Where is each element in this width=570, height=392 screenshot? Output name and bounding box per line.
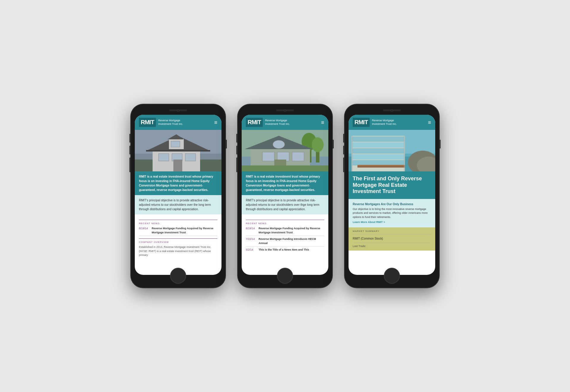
info-title-3: Reverse Mortgages Are Our Only Business xyxy=(353,202,431,206)
news-item-3-phone2: 5/2/14 This is the Title of a News Item … xyxy=(246,248,324,252)
info-section-3: Reverse Mortgages Are Our Only Business … xyxy=(349,199,435,227)
rmit-logo-2: RMIT Reverse Mortgage Investment Trust I… xyxy=(246,118,290,127)
phones-container: RMIT Reverse Mortgage Investment Trust I… xyxy=(131,104,439,288)
silent-3 xyxy=(343,157,344,172)
svg-rect-43 xyxy=(404,136,405,171)
volume-up-3 xyxy=(343,134,344,143)
content-text-1-p2: RMIT is a real estate investment trust w… xyxy=(246,175,320,192)
news-divider-top-1 xyxy=(139,220,217,220)
news-inner-divider-1 xyxy=(139,236,217,236)
phone-content-1: RMIT Reverse Mortgage Investment Trust I… xyxy=(135,115,221,275)
left-buttons-3 xyxy=(343,134,344,172)
hamburger-icon-1[interactable]: ≡ xyxy=(214,120,217,125)
svg-rect-5 xyxy=(159,154,169,161)
power-btn-3 xyxy=(439,140,441,149)
svg-rect-32 xyxy=(352,136,404,142)
svg-rect-33 xyxy=(352,142,404,148)
volume-down-3 xyxy=(343,146,344,154)
market-divider-3b xyxy=(353,243,431,243)
rmit-logo-subtitle-1: Reverse Mortgage Investment Trust Inc. xyxy=(158,119,183,126)
news-title-2-p2: Reverse Mortgage Funding Introduces HECM… xyxy=(259,237,324,245)
news-inner-divider-2b xyxy=(246,246,324,247)
news-title-1: Reverse Mortgage Funding Acquired by Rev… xyxy=(152,227,217,235)
overview-divider-1 xyxy=(139,238,217,239)
svg-point-18 xyxy=(312,137,324,152)
news-divider-top-2 xyxy=(246,220,324,220)
news-item-1-phone2: 8/19/14 Reverse Mortgage Funding Acquire… xyxy=(246,227,324,235)
svg-rect-38 xyxy=(357,166,405,167)
news-date-1-p2: 8/19/14 xyxy=(246,227,256,235)
news-title-3-p2: This is the Title of a News Item and Thi… xyxy=(259,248,309,252)
recent-news-phone1: RECENT NEWS 8/19/14 Reverse Mortgage Fun… xyxy=(135,214,221,260)
content-text-1: RMIT is a real estate investment trust w… xyxy=(139,175,213,192)
news-item-1-phone1: 8/19/14 Reverse Mortgage Funding Acquire… xyxy=(139,227,217,235)
rmit-logo-box-1: RMIT xyxy=(139,118,156,127)
info-text-3: Our objective is to bring the most innov… xyxy=(353,207,431,219)
left-buttons-2 xyxy=(236,134,238,172)
svg-rect-36 xyxy=(352,160,404,165)
rmit-logo-3: RMIT Reverse Mortgage Investment Trust I… xyxy=(353,118,397,127)
svg-rect-42 xyxy=(352,136,353,171)
hero-text-section-3: The First and Only Reverse Mortgage Real… xyxy=(349,171,435,199)
phone-screen-1: RMIT Reverse Mortgage Investment Trust I… xyxy=(135,115,221,275)
phone-content-3: RMIT Reverse Mortgage Investment Trust I… xyxy=(349,115,435,275)
content-block-1-phone1: RMIT is a real estate investment trust w… xyxy=(135,171,221,195)
market-divider-3 xyxy=(353,234,431,235)
news-date-3-p2: 5/2/14 xyxy=(246,248,256,252)
phone-content-2: RMIT Reverse Mortgage Investment Trust I… xyxy=(242,115,328,275)
side-buttons-3 xyxy=(439,140,441,149)
phone-screen-2: RMIT Reverse Mortgage Investment Trust I… xyxy=(242,115,328,275)
news-inner-divider-2 xyxy=(246,236,324,236)
company-overview-title-1: COMPANY OVERVIEW xyxy=(139,240,217,244)
rmit-logo-subtitle-2: Reverse Mortgage Investment Trust Inc. xyxy=(265,119,290,126)
svg-rect-34 xyxy=(352,148,404,154)
power-btn-1 xyxy=(226,140,227,149)
camera-1 xyxy=(177,109,179,112)
recent-news-phone2: RECENT NEWS 8/19/14 Reverse Mortgage Fun… xyxy=(242,214,328,256)
news-date-2-p2: 7/22/14 xyxy=(246,237,256,245)
hamburger-icon-3[interactable]: ≡ xyxy=(428,120,431,125)
phone-1: RMIT Reverse Mortgage Investment Trust I… xyxy=(131,104,226,288)
house-svg-1 xyxy=(135,130,221,171)
silent-1 xyxy=(129,157,131,172)
news-title-1-p2: Reverse Mortgage Funding Acquired by Rev… xyxy=(259,227,324,235)
news-item-2-phone2: 7/22/14 Reverse Mortgage Funding Introdu… xyxy=(246,237,324,245)
news-section-title-1: RECENT NEWS xyxy=(139,222,217,225)
market-section-3: MARKET SUMMARY RMIT (Common Stock) Last … xyxy=(349,227,435,251)
svg-rect-21 xyxy=(262,152,274,161)
side-buttons-2 xyxy=(332,140,334,149)
svg-rect-23 xyxy=(292,152,304,161)
last-trade-label-3: Last Trade: xyxy=(353,244,431,248)
phone-2: RMIT Reverse Mortgage Investment Trust I… xyxy=(238,104,332,288)
phone-3: RMIT Reverse Mortgage Investment Trust I… xyxy=(344,104,439,288)
content-text-2: RMIT's principal objective is to provide… xyxy=(139,199,211,211)
rmit-logo-box-2: RMIT xyxy=(246,118,263,127)
phone-screen-3: RMIT Reverse Mortgage Investment Trust I… xyxy=(349,115,435,275)
news-date-1: 8/19/14 xyxy=(139,227,149,235)
svg-rect-39 xyxy=(357,167,405,168)
rmit-logo-box-3: RMIT xyxy=(353,118,370,127)
market-title-3: MARKET SUMMARY xyxy=(353,230,431,232)
news-section-title-2: RECENT NEWS xyxy=(246,222,324,225)
volume-up-2 xyxy=(236,134,238,143)
company-overview-text-1: Established in 2013, Reverse Mortgage In… xyxy=(139,245,217,257)
rmit-header-1: RMIT Reverse Mortgage Investment Trust I… xyxy=(135,115,221,130)
rmit-header-3: RMIT Reverse Mortgage Investment Trust I… xyxy=(349,115,435,130)
side-buttons-1 xyxy=(226,140,227,149)
svg-rect-12 xyxy=(146,150,210,152)
svg-rect-10 xyxy=(171,141,180,147)
learn-more-link-3[interactable]: Learn More About RMIT > xyxy=(353,220,431,224)
volume-down-2 xyxy=(236,146,238,154)
hamburger-icon-2[interactable]: ≡ xyxy=(321,120,324,125)
rmit-logo-subtitle-3: Reverse Mortgage Investment Trust Inc. xyxy=(372,119,397,126)
content-block-2-phone1: RMIT's principal objective is to provide… xyxy=(135,195,221,214)
house-svg-3 xyxy=(349,130,435,171)
content-text-2-p2: RMIT's principal objective is to provide… xyxy=(246,199,319,211)
house-svg-2 xyxy=(242,130,328,171)
camera-2 xyxy=(284,109,286,112)
hero-image-3 xyxy=(349,130,435,171)
svg-rect-27 xyxy=(242,165,328,171)
rmit-logo-1: RMIT Reverse Mortgage Investment Trust I… xyxy=(139,118,183,127)
volume-down-1 xyxy=(129,146,131,154)
hero-main-title-3: The First and Only Reverse Mortgage Real… xyxy=(353,176,431,195)
